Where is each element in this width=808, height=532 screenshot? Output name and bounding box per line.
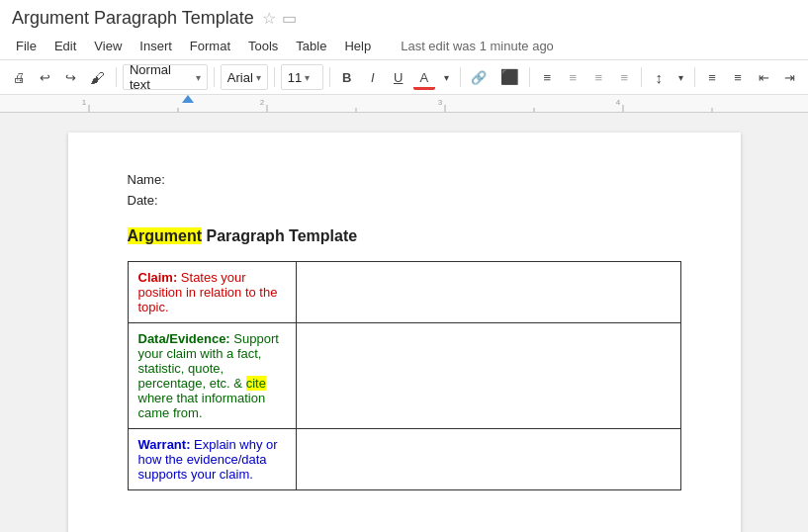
decrease-indent-button[interactable]: ⇤ <box>753 64 774 90</box>
evidence-title: Data/Evidence: <box>138 331 230 346</box>
underline-button[interactable]: U <box>388 64 409 90</box>
undo-button[interactable]: ↩ <box>35 64 56 90</box>
svg-text:2: 2 <box>260 98 265 107</box>
last-edit-label: Last edit was 1 minute ago <box>401 39 554 53</box>
ruler: 1 2 3 4 <box>0 95 808 113</box>
font-color-button[interactable]: A <box>413 64 435 90</box>
divider-7 <box>641 67 642 87</box>
numbered-list-button[interactable]: ≡ <box>727 64 749 90</box>
menu-help[interactable]: Help <box>336 35 379 57</box>
font-label: Arial <box>227 70 253 85</box>
svg-text:3: 3 <box>438 98 443 107</box>
star-icon[interactable]: ☆ <box>262 9 276 28</box>
print-button[interactable]: 🖨 <box>8 64 31 90</box>
paint-format-button[interactable]: 🖌 <box>86 64 110 90</box>
font-size-label: 11 <box>288 70 302 85</box>
document-title: Argument Paragraph Template <box>12 8 254 29</box>
divider-6 <box>529 67 530 87</box>
style-label: Normal text <box>130 62 193 92</box>
comment-button[interactable]: ⬛ <box>495 64 523 90</box>
document-area: Name: Date: Argument Paragraph Template … <box>0 113 808 532</box>
align-center-button[interactable]: ≡ <box>562 64 584 90</box>
table-row-evidence: Data/Evidence: Support your claim with a… <box>128 323 680 429</box>
font-color-chevron[interactable]: ▾ <box>439 64 454 90</box>
evidence-left-cell: Data/Evidence: Support your claim with a… <box>128 323 296 429</box>
evidence-body-post: where that information came from. <box>138 391 266 420</box>
menu-tools[interactable]: Tools <box>240 35 286 57</box>
svg-text:4: 4 <box>616 98 621 107</box>
date-field: Date: <box>128 193 681 208</box>
page: Name: Date: Argument Paragraph Template … <box>68 133 741 532</box>
menu-edit[interactable]: Edit <box>46 35 84 57</box>
claim-right-cell[interactable] <box>296 262 680 323</box>
line-spacing-chevron[interactable]: ▾ <box>673 64 688 90</box>
title-icons: ☆ ▭ <box>262 9 297 28</box>
document-heading: Argument Paragraph Template <box>128 227 681 245</box>
divider-1 <box>116 67 117 87</box>
divider-3 <box>274 67 275 87</box>
increase-indent-button[interactable]: ⇥ <box>778 64 800 90</box>
menu-insert[interactable]: Insert <box>132 35 180 57</box>
divider-8 <box>694 67 695 87</box>
svg-text:1: 1 <box>82 98 87 107</box>
bullet-list-button[interactable]: ≡ <box>701 64 723 90</box>
name-field: Name: <box>128 172 681 187</box>
font-chevron: ▾ <box>256 72 261 83</box>
font-select[interactable]: Arial ▾ <box>221 64 268 90</box>
line-spacing-button[interactable]: ↕ <box>648 64 670 90</box>
claim-title: Claim: <box>138 270 178 285</box>
title-bar: Argument Paragraph Template ☆ ▭ <box>0 0 808 33</box>
font-size-select[interactable]: 11 ▾ <box>281 64 323 90</box>
menu-format[interactable]: Format <box>182 35 238 57</box>
justify-button[interactable]: ≡ <box>613 64 635 90</box>
evidence-cite: cite <box>246 376 266 391</box>
svg-rect-0 <box>0 95 808 113</box>
content-table: Claim: States your position in relation … <box>128 261 681 490</box>
divider-5 <box>460 67 461 87</box>
menu-bar: File Edit View Insert Format Tools Table… <box>0 33 808 60</box>
style-select[interactable]: Normal text ▾ <box>123 64 208 90</box>
divider-4 <box>329 67 330 87</box>
ruler-svg: 1 2 3 4 <box>0 95 808 113</box>
toolbar: 🖨 ↩ ↪ 🖌 Normal text ▾ Arial ▾ 11 ▾ B I U… <box>0 60 808 95</box>
font-size-chevron: ▾ <box>305 72 310 83</box>
link-button[interactable]: 🔗 <box>467 64 492 90</box>
italic-button[interactable]: I <box>362 64 384 90</box>
bold-button[interactable]: B <box>336 64 358 90</box>
menu-view[interactable]: View <box>86 35 130 57</box>
title-highlight: Argument <box>128 227 203 244</box>
evidence-right-cell[interactable] <box>296 323 680 429</box>
redo-button[interactable]: ↪ <box>60 64 82 90</box>
warrant-title: Warrant: <box>138 437 191 452</box>
warrant-right-cell[interactable] <box>296 429 680 490</box>
folder-icon: ▭ <box>282 9 297 28</box>
menu-table[interactable]: Table <box>288 35 334 57</box>
title-normal: Paragraph Template <box>202 227 357 244</box>
align-right-button[interactable]: ≡ <box>587 64 609 90</box>
claim-left-cell: Claim: States your position in relation … <box>128 262 296 323</box>
warrant-left-cell: Warrant: Explain why or how the evidence… <box>128 429 296 490</box>
align-left-button[interactable]: ≡ <box>536 64 558 90</box>
table-row-claim: Claim: States your position in relation … <box>128 262 680 323</box>
table-row-warrant: Warrant: Explain why or how the evidence… <box>128 429 680 490</box>
menu-file[interactable]: File <box>8 35 45 57</box>
style-chevron: ▾ <box>196 72 201 83</box>
divider-2 <box>214 67 215 87</box>
